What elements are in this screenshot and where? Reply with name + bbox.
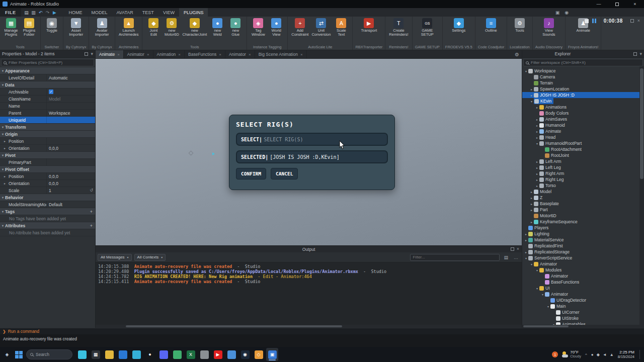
tree-item-torso[interactable]: ▸Torso	[522, 183, 644, 189]
tree-item-replicatedfirst[interactable]: ReplicatedFirst	[522, 243, 644, 249]
doc-tab-animate[interactable]: Animate×	[96, 50, 124, 58]
chevron-right-icon[interactable]: ▸	[535, 130, 539, 133]
tree-item-head[interactable]: ▸Head	[522, 134, 644, 140]
ribbon-item-launch-archimedes[interactable]: ▲Launch Archimedes	[118, 18, 140, 37]
chevron-down-icon[interactable]: ▾	[524, 256, 528, 260]
chevron-right-icon[interactable]: ▸	[535, 136, 539, 139]
property-value[interactable]: 0,0,0	[46, 173, 95, 179]
add-icon[interactable]: +	[90, 223, 93, 228]
tree-item-right-leg[interactable]: ▸Right Leg	[522, 176, 644, 183]
property-section-origin[interactable]: ▾Origin	[0, 131, 95, 138]
ribbon-item-new-weld[interactable]: ●new Weld	[209, 18, 226, 37]
selected-rigs-field[interactable]: SELECTED| [JOSH IS JOSH :D,KEvin]	[236, 150, 388, 163]
tree-item-animator[interactable]: Animator	[522, 273, 644, 279]
output-filter-input[interactable]	[413, 255, 497, 259]
panel-menu-icon[interactable]: ▾	[91, 52, 93, 56]
chevron-right-icon[interactable]: ▸	[535, 178, 539, 182]
messages-filter-dropdown[interactable]: All Messages ▾	[98, 254, 132, 261]
chevron-down-icon[interactable]: ▾	[529, 262, 534, 266]
tree-item-basefunctions[interactable]: BaseFunctions	[522, 279, 644, 285]
explorer-filter-input[interactable]	[531, 60, 640, 65]
chevron-down-icon[interactable]: ▾	[540, 293, 545, 296]
property-section-pivot[interactable]: ▾Pivot	[0, 152, 95, 159]
start-button[interactable]	[14, 349, 24, 359]
tree-item-left-arm[interactable]: ▸Left Arm	[522, 158, 644, 164]
property-value[interactable]	[46, 138, 95, 144]
float-panel-icon[interactable]	[633, 52, 637, 56]
3d-viewport[interactable]: SELECT RIG(S) SELECT| SELECT RIG(S) SELE…	[96, 59, 522, 245]
taskbar-app-roblox-studio[interactable]: ▣	[266, 348, 278, 361]
tree-item-left-leg[interactable]: ▸Left Leg	[522, 164, 644, 170]
taskbar-app-edge[interactable]	[130, 348, 142, 361]
stop-icon[interactable]	[585, 19, 589, 23]
chevron-right-icon[interactable]: ▸	[524, 238, 528, 242]
tree-item-humanoidrootpart[interactable]: ▾HumanoidRootPart	[522, 140, 644, 146]
confirm-button[interactable]: CONFIRM	[236, 168, 266, 179]
log-book-icon[interactable]: ▤	[504, 255, 508, 260]
ribbon-item-outline[interactable]: ≡Outline	[482, 18, 500, 33]
tree-item-z[interactable]: ▸Z	[522, 195, 644, 201]
chevron-down-icon[interactable]: ▾	[524, 69, 528, 73]
ribbon-item-add-constraint[interactable]: +Add Constraint	[290, 18, 309, 37]
chevron-right-icon[interactable]: ▸	[535, 124, 539, 127]
ribbon-item-view-sounds[interactable]: ♪View Sounds	[540, 18, 557, 37]
explorer-filter[interactable]	[523, 59, 643, 66]
close-tab-icon[interactable]: ×	[219, 52, 221, 57]
taskbar-app-copilot[interactable]	[76, 348, 88, 361]
tree-item-body-colors[interactable]: Body Colors	[522, 110, 644, 116]
panel-menu-icon[interactable]: ▾	[639, 52, 642, 56]
float-panel-icon[interactable]	[511, 247, 514, 251]
property-value[interactable]: 1↺	[46, 187, 95, 194]
tree-item-uicorner[interactable]: UICorner	[522, 309, 644, 315]
ribbon-item-scale-text[interactable]: AScale Text	[333, 18, 350, 37]
chevron-right-icon[interactable]: ▸	[535, 118, 539, 121]
property-value[interactable]: 0,0,0	[46, 180, 95, 187]
property-section-attributes[interactable]: ▾Attributes+	[0, 222, 95, 229]
property-section-transform[interactable]: ▾Transform	[0, 124, 95, 131]
tree-item-materialservice[interactable]: ▸MaterialService	[522, 237, 644, 243]
close-tab-icon[interactable]: ×	[300, 52, 303, 57]
tree-item-camera[interactable]: Camera	[522, 74, 644, 80]
chevron-down-icon[interactable]: ▾	[535, 268, 539, 272]
property-section-tags[interactable]: ▾Tags+	[0, 208, 95, 215]
float-panel-icon[interactable]	[85, 52, 88, 56]
maximize-button[interactable]	[608, 0, 626, 8]
chevron-right-icon[interactable]: ▸	[4, 174, 8, 178]
tree-item-kevin[interactable]: ▾KEvin	[522, 98, 644, 104]
taskbar-search-input[interactable]	[36, 352, 68, 357]
chevron-right-icon[interactable]: ▸	[535, 172, 539, 175]
taskbar-app-3d-viewer[interactable]: ◇	[253, 348, 265, 361]
scrollbar-thumb[interactable]	[640, 68, 643, 179]
doc-tab-animator[interactable]: Animator×	[225, 50, 255, 58]
chevron-right-icon[interactable]: ▸	[4, 139, 8, 143]
tree-item-animator[interactable]: ▾Animator	[522, 261, 644, 267]
taskbar-app-obs[interactable]: ●	[144, 348, 156, 361]
chevron-right-icon[interactable]: ▸	[529, 94, 534, 97]
screen-record-icon[interactable]: ▣	[555, 10, 560, 15]
tree-item-modules[interactable]: ▾Modules	[522, 267, 644, 273]
scrollbar-thumb[interactable]	[523, 325, 569, 327]
gear-icon[interactable]: ⚙	[515, 52, 519, 57]
tree-item-motor6d[interactable]: Motor6D	[522, 213, 644, 219]
tree-item-baseplate[interactable]: ▸Baseplate	[522, 201, 644, 207]
taskbar-clock[interactable]: 2:25 PM 8/15/2024	[618, 350, 634, 359]
tray-chevron[interactable]: ^	[585, 352, 587, 357]
taskbar-app-excel[interactable]: X	[185, 348, 197, 361]
chevron-right-icon[interactable]: ▸	[524, 250, 528, 254]
tree-item-josh-is-josh-d[interactable]: ▸JOSH IS JOSH :D	[522, 92, 644, 98]
chevron-right-icon[interactable]: ▸	[529, 190, 534, 194]
close-button[interactable]: ×	[626, 0, 644, 8]
property-value[interactable]: Automatic	[46, 74, 95, 81]
chevron-right-icon[interactable]: ▸	[529, 87, 534, 91]
tree-item-serverscriptservice[interactable]: ▾ServerScriptService	[522, 255, 644, 261]
select-rig-input[interactable]: SELECT| SELECT RIG(S)	[236, 133, 388, 146]
property-section-appearance[interactable]: ▾Appearance	[0, 67, 95, 74]
tree-item-humanoid[interactable]: ▸Humanoid	[522, 122, 644, 128]
ribbon-item-new-glue[interactable]: ●new Glue	[227, 18, 244, 37]
tree-item-workspace[interactable]: ▾Workspace	[522, 68, 644, 74]
tree-item-rootattachment[interactable]: RootAttachment	[522, 146, 644, 152]
security-icon[interactable]: ◆	[597, 352, 600, 357]
show-desktop-edge[interactable]	[639, 350, 641, 359]
webcam-icon[interactable]: ◉	[565, 10, 569, 15]
taskbar-app-gimp[interactable]	[198, 348, 210, 361]
